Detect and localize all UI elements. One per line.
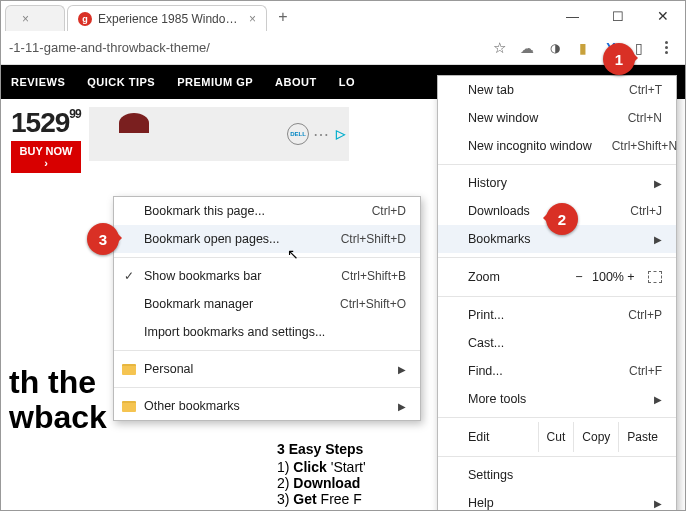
menu-separator — [114, 387, 420, 388]
fullscreen-icon — [648, 271, 662, 283]
menu-settings[interactable]: Settings — [438, 461, 676, 489]
ad-image[interactable]: DELL ⋯ ▷ — [89, 107, 349, 161]
tab-title: Experience 1985 Windows with t — [98, 12, 243, 26]
tab-active[interactable]: g Experience 1985 Windows with t × — [67, 5, 267, 31]
menu-separator — [438, 164, 676, 165]
menu-find[interactable]: Find...Ctrl+F — [438, 357, 676, 385]
dell-logo-icon: DELL — [287, 123, 309, 145]
address-bar[interactable]: -1-11-game-and-throwback-theme/ — [7, 40, 485, 55]
paste-button[interactable]: Paste — [618, 422, 666, 452]
bookmarks-submenu: Bookmark this page...Ctrl+D Bookmark ope… — [113, 196, 421, 421]
zoom-out-button[interactable]: − — [566, 270, 592, 284]
window-controls: — ☐ ✕ — [550, 1, 685, 31]
maximize-button[interactable]: ☐ — [595, 1, 640, 31]
menu-new-tab[interactable]: New tabCtrl+T — [438, 76, 676, 104]
chevron-right-icon: ▶ — [398, 401, 406, 412]
annotation-callout-2: 2 — [546, 203, 578, 235]
chevron-right-icon: ▶ — [654, 394, 662, 405]
nav-item[interactable]: REVIEWS — [11, 76, 65, 88]
favicon-icon: g — [78, 12, 92, 26]
close-icon[interactable]: × — [22, 12, 29, 26]
menu-separator — [438, 257, 676, 258]
buy-now-button[interactable]: BUY NOW › — [11, 141, 81, 173]
menu-new-window[interactable]: New windowCtrl+N — [438, 104, 676, 132]
tab-strip: × g Experience 1985 Windows with t × + — [1, 1, 550, 31]
minimize-button[interactable]: — — [550, 1, 595, 31]
menu-separator — [114, 350, 420, 351]
menu-other-bookmarks-folder[interactable]: Other bookmarks▶ — [114, 392, 420, 420]
folder-icon — [122, 401, 136, 412]
bookmark-star-icon[interactable]: ☆ — [487, 36, 511, 60]
menu-print[interactable]: Print...Ctrl+P — [438, 301, 676, 329]
menu-personal-folder[interactable]: Personal▶ — [114, 355, 420, 383]
nav-item[interactable]: LO — [339, 76, 355, 88]
menu-more-tools[interactable]: More tools▶ — [438, 385, 676, 413]
nav-item[interactable]: PREMIUM GP — [177, 76, 253, 88]
menu-separator — [438, 456, 676, 457]
tab-inactive[interactable]: × — [5, 5, 65, 31]
window-titlebar: × g Experience 1985 Windows with t × + —… — [1, 1, 685, 31]
ad-graphic — [119, 113, 149, 133]
chevron-right-icon: ▶ — [654, 234, 662, 245]
ad-steps: 3 Easy Steps 1) Click 'Start' 2) Downloa… — [277, 441, 366, 507]
menu-show-bookmarks-bar[interactable]: ✓Show bookmarks barCtrl+Shift+B — [114, 262, 420, 290]
chevron-right-icon: ▶ — [398, 364, 406, 375]
menu-bookmark-this-page[interactable]: Bookmark this page...Ctrl+D — [114, 197, 420, 225]
chevron-right-icon: ▶ — [654, 178, 662, 189]
adchoices-icon[interactable]: ⋯ — [313, 125, 330, 144]
menu-separator — [114, 257, 420, 258]
menu-cast[interactable]: Cast... — [438, 329, 676, 357]
zoom-in-button[interactable]: + — [618, 270, 644, 284]
zoom-label: Zoom — [468, 270, 566, 284]
close-icon[interactable]: × — [249, 12, 256, 26]
nav-item[interactable]: QUICK TIPS — [87, 76, 155, 88]
menu-zoom: Zoom − 100% + — [438, 262, 676, 292]
copy-button[interactable]: Copy — [573, 422, 618, 452]
steps-title: 3 Easy Steps — [277, 441, 366, 457]
menu-separator — [438, 296, 676, 297]
cut-button[interactable]: Cut — [538, 422, 574, 452]
menu-bookmark-open-pages[interactable]: Bookmark open pages...Ctrl+Shift+D — [114, 225, 420, 253]
ad-close-icon[interactable]: ▷ — [336, 127, 345, 141]
nav-item[interactable]: ABOUT — [275, 76, 317, 88]
zoom-value: 100% — [592, 270, 618, 284]
menu-help[interactable]: Help▶ — [438, 489, 676, 511]
folder-icon — [122, 364, 136, 375]
menu-edit: Edit Cut Copy Paste — [438, 422, 676, 452]
menu-separator — [438, 417, 676, 418]
menu-history[interactable]: History▶ — [438, 169, 676, 197]
price-label: 152999 — [11, 107, 81, 139]
extension-icon[interactable]: ▮ — [571, 36, 595, 60]
kebab-icon — [665, 41, 668, 54]
new-tab-button[interactable]: + — [269, 3, 297, 31]
browser-toolbar: -1-11-game-and-throwback-theme/ ☆ ☁ ◑ ▮ … — [1, 31, 685, 65]
chrome-menu-button[interactable] — [653, 35, 679, 61]
extension-icon[interactable]: ☁ — [515, 36, 539, 60]
menu-bookmark-manager[interactable]: Bookmark managerCtrl+Shift+O — [114, 290, 420, 318]
extension-icon[interactable]: ◑ — [543, 36, 567, 60]
check-icon: ✓ — [124, 269, 134, 283]
menu-import-bookmarks[interactable]: Import bookmarks and settings... — [114, 318, 420, 346]
edit-label: Edit — [468, 430, 538, 444]
chrome-main-menu: New tabCtrl+T New windowCtrl+N New incog… — [437, 75, 677, 511]
menu-new-incognito[interactable]: New incognito windowCtrl+Shift+N — [438, 132, 676, 160]
close-window-button[interactable]: ✕ — [640, 1, 685, 31]
fullscreen-button[interactable] — [644, 271, 666, 283]
chevron-right-icon: ▶ — [654, 498, 662, 509]
annotation-callout-3: 3 — [87, 223, 119, 255]
annotation-callout-1: 1 — [603, 43, 635, 75]
